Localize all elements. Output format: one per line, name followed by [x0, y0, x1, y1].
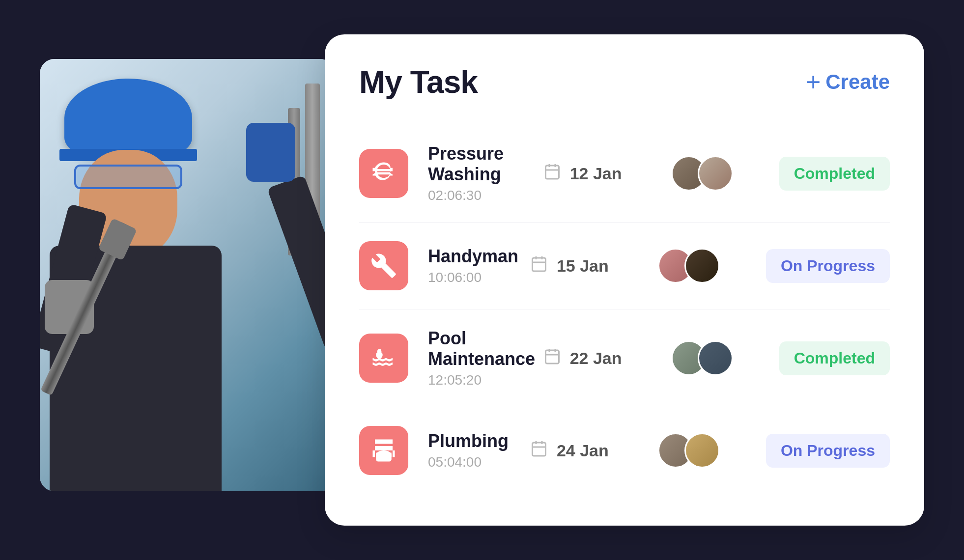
worker-glasses [74, 165, 182, 189]
page-title: My Task [359, 64, 478, 100]
status-badge: Completed [779, 341, 890, 375]
avatar [684, 433, 720, 468]
task-date-text: 15 Jan [557, 256, 609, 276]
task-time: 05:04:00 [428, 454, 510, 470]
pool-icon [370, 345, 397, 371]
task-time: 12:05:20 [428, 372, 524, 388]
task-time: 10:06:00 [428, 270, 510, 285]
task-row[interactable]: Handyman 10:06:00 15 Jan [359, 223, 890, 309]
calendar-icon [543, 347, 561, 369]
task-date-text: 22 Jan [570, 349, 622, 368]
status-badge: Completed [779, 157, 890, 191]
task-date-pressure-washing: 12 Jan [543, 163, 652, 185]
status-badge: On Progress [766, 434, 890, 468]
calendar-icon [543, 163, 561, 185]
task-icon-pressure-washing [359, 149, 408, 198]
task-row[interactable]: Plumbing 05:04:00 24 Jan [359, 407, 890, 494]
svg-rect-0 [545, 166, 559, 179]
task-list: Pressure Washing 02:06:30 12 J [359, 125, 890, 494]
task-date-text: 24 Jan [557, 441, 609, 460]
task-info-plumbing: Plumbing 05:04:00 [428, 431, 510, 470]
worker-photo-sim [40, 59, 335, 491]
task-icon-handyman [359, 241, 408, 290]
task-row[interactable]: Pool Maintenance 12:05:20 22 J [359, 309, 890, 407]
task-avatars-plumbing [658, 433, 746, 468]
svg-rect-12 [376, 454, 392, 462]
task-info-handyman: Handyman 10:06:00 [428, 246, 510, 285]
pipe-icon [370, 437, 397, 464]
task-date-handyman: 15 Jan [530, 255, 638, 277]
create-plus-icon: + [806, 69, 821, 95]
calendar-icon [530, 255, 548, 277]
task-name: Handyman [428, 246, 510, 267]
task-avatars-handyman [658, 248, 746, 283]
layout: My Task + Create Pressure Washing [40, 34, 924, 526]
svg-rect-13 [532, 443, 545, 456]
worker-image-panel [40, 59, 335, 491]
task-icon-pool-maintenance [359, 334, 408, 383]
calendar-icon [530, 440, 548, 462]
task-info-pressure-washing: Pressure Washing 02:06:30 [428, 143, 524, 203]
task-name: Pool Maintenance [428, 328, 524, 369]
task-date-plumbing: 24 Jan [530, 440, 638, 462]
status-badge: On Progress [766, 249, 890, 283]
create-button[interactable]: + Create [806, 69, 890, 95]
task-date-text: 12 Jan [570, 164, 622, 183]
task-time: 02:06:30 [428, 188, 524, 203]
task-icon-plumbing [359, 426, 408, 475]
svg-rect-8 [545, 350, 559, 364]
task-name: Plumbing [428, 431, 510, 451]
avatar [698, 156, 733, 191]
pump-icon [370, 160, 397, 187]
create-label: Create [825, 70, 890, 94]
worker-glove-right [246, 123, 295, 182]
svg-rect-4 [532, 258, 545, 271]
avatar [698, 340, 733, 376]
task-card: My Task + Create Pressure Washing [325, 34, 924, 526]
page-container: My Task + Create Pressure Washing [0, 0, 964, 560]
card-header: My Task + Create [359, 64, 890, 100]
task-avatars-pressure-washing [671, 156, 760, 191]
task-date-pool-maintenance: 22 Jan [543, 347, 652, 369]
avatar [684, 248, 720, 283]
wrench-icon [370, 252, 397, 279]
worker-helmet [64, 79, 192, 157]
task-avatars-pool-maintenance [671, 340, 760, 376]
task-info-pool-maintenance: Pool Maintenance 12:05:20 [428, 328, 524, 388]
task-row[interactable]: Pressure Washing 02:06:30 12 J [359, 125, 890, 223]
task-name: Pressure Washing [428, 143, 524, 185]
